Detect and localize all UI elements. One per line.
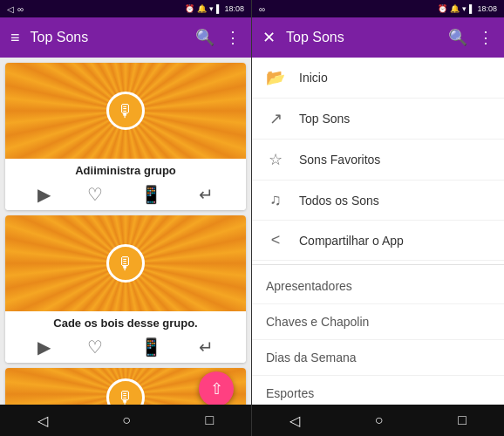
status-right-right-info: ⏰ 🔔 ▾ ▌ 18:08 [438, 4, 497, 13]
category-label-chaves: Chaves e Chapolin [266, 315, 369, 329]
right-drawer-panel: ∞ ⏰ 🔔 ▾ ▌ 18:08 ✕ Top Sons 🔍 ⋮ 📂 Inicio … [252, 0, 504, 436]
share-button-1[interactable]: ↵ [199, 184, 214, 205]
drawer-item-compartilhar[interactable]: < Compartilhar o App [252, 221, 504, 261]
time-display-right: 18:08 [477, 4, 497, 13]
drawer-label-sons-favoritos: Sons Favoritos [299, 153, 380, 167]
song-list: 🎙 Adiiministra grupo ▶ ♡ 📱 ↵ 🎙 Cade os b… [0, 58, 251, 405]
drawer-content: 📂 Inicio ↗ Top Sons ☆ Sons Favoritos ♫ T… [252, 58, 504, 405]
wifi-icon-right: ▾ [462, 4, 467, 13]
share-icon: < [266, 231, 285, 249]
menu-icon[interactable]: ≡ [10, 29, 20, 47]
nav-bar-right: ◁ ○ □ [252, 405, 504, 436]
recent-nav-right[interactable]: □ [458, 412, 467, 428]
song-card-2: 🎙 Cade os bois desse grupo. ▶ ♡ 📱 ↵ [5, 215, 246, 363]
wifi-icon: ▾ [209, 4, 214, 13]
drawer-category-esportes[interactable]: Esportes [252, 376, 504, 405]
alarm-icon: ⏰ [185, 4, 194, 13]
drawer-item-top-sons[interactable]: ↗ Top Sons [252, 99, 504, 140]
drawer-label-top-sons: Top Sons [299, 112, 350, 126]
volume-icon-right: 🔔 [450, 4, 460, 13]
back-nav-right[interactable]: ◁ [289, 412, 300, 429]
category-label-apresentadores: Apresentadores [266, 279, 352, 293]
song-actions-1: ▶ ♡ 📱 ↵ [5, 179, 246, 210]
alarm-icon-right: ⏰ [438, 4, 447, 13]
play-button-1[interactable]: ▶ [37, 184, 51, 205]
mic-icon-1: 🎙 [106, 92, 145, 130]
drawer-item-sons-favoritos[interactable]: ☆ Sons Favoritos [252, 140, 504, 181]
song-banner-1: 🎙 [5, 63, 246, 159]
category-label-esportes: Esportes [266, 386, 314, 400]
nav-bar-left: ◁ ○ □ [0, 405, 251, 436]
star-icon: ☆ [266, 150, 285, 169]
category-label-dias: Dias da Semana [266, 351, 357, 364]
whatsapp-button-1[interactable]: 📱 [140, 184, 162, 205]
drawer-label-inicio: Inicio [299, 71, 328, 85]
back-arrow-status: ◁ [7, 4, 14, 14]
back-nav-left[interactable]: ◁ [37, 412, 48, 429]
mic-icon-2: 🎙 [106, 244, 145, 283]
heart-button-1[interactable]: ♡ [87, 184, 103, 205]
search-icon-right[interactable]: 🔍 [448, 28, 467, 47]
more-icon-right[interactable]: ⋮ [478, 28, 494, 47]
drawer-label-todos-sons: Todos os Sons [299, 194, 379, 208]
song-title-2: Cade os bois desse grupo. [5, 311, 246, 331]
status-left-icons: ◁ ∞ [7, 4, 24, 14]
fab-icon: ⇧ [210, 379, 223, 399]
search-icon-left[interactable]: 🔍 [195, 28, 215, 47]
song-banner-2: 🎙 [5, 215, 246, 311]
drawer-category-chaves[interactable]: Chaves e Chapolin [252, 304, 504, 340]
drawer-category-dias[interactable]: Dias da Semana [252, 340, 504, 376]
signal-icon: ∞ [17, 4, 24, 14]
drawer-divider [252, 264, 504, 265]
song-card-1: 🎙 Adiiministra grupo ▶ ♡ 📱 ↵ [5, 63, 246, 210]
trending-icon: ↗ [266, 109, 285, 128]
status-right-info: ⏰ 🔔 ▾ ▌ 18:08 [185, 4, 244, 13]
status-bar-right: ∞ ⏰ 🔔 ▾ ▌ 18:08 [252, 0, 504, 17]
status-right-left-icons: ∞ [259, 4, 265, 14]
drawer-item-inicio[interactable]: 📂 Inicio [252, 58, 504, 99]
drawer-label-compartilhar: Compartilhar o App [299, 234, 404, 248]
share-button-2[interactable]: ↵ [199, 337, 214, 358]
close-icon[interactable]: ✕ [262, 28, 276, 47]
battery-icon: ▌ [216, 4, 221, 13]
left-toolbar: ≡ Top Sons 🔍 ⋮ [0, 17, 251, 58]
app-title-right: Top Sons [286, 30, 438, 45]
more-icon-left[interactable]: ⋮ [225, 28, 241, 47]
folder-icon: 📂 [266, 68, 285, 87]
signal-icon-right: ∞ [259, 4, 265, 14]
music-icon: ♫ [266, 191, 285, 209]
volume-icon: 🔔 [197, 4, 207, 13]
left-phone-panel: ◁ ∞ ⏰ 🔔 ▾ ▌ 18:08 ≡ Top Sons 🔍 ⋮ 🎙 Adiim… [0, 0, 252, 436]
recent-nav-left[interactable]: □ [206, 412, 215, 428]
whatsapp-button-2[interactable]: 📱 [140, 337, 162, 358]
drawer-category-apresentadores[interactable]: Apresentadores [252, 269, 504, 304]
home-nav-left[interactable]: ○ [122, 412, 131, 428]
app-title-left: Top Sons [31, 30, 185, 45]
home-nav-right[interactable]: ○ [375, 412, 384, 428]
fab-button[interactable]: ⇧ [199, 371, 234, 405]
drawer-toolbar: ✕ Top Sons 🔍 ⋮ [252, 17, 504, 58]
time-display: 18:08 [224, 4, 244, 13]
song-title-1: Adiiministra grupo [5, 159, 246, 179]
song-actions-2: ▶ ♡ 📱 ↵ [5, 331, 246, 363]
status-bar-left: ◁ ∞ ⏰ 🔔 ▾ ▌ 18:08 [0, 0, 251, 17]
heart-button-2[interactable]: ♡ [87, 337, 103, 358]
battery-icon-right: ▌ [469, 4, 474, 13]
drawer-item-todos-sons[interactable]: ♫ Todos os Sons [252, 181, 504, 221]
play-button-2[interactable]: ▶ [37, 337, 51, 358]
